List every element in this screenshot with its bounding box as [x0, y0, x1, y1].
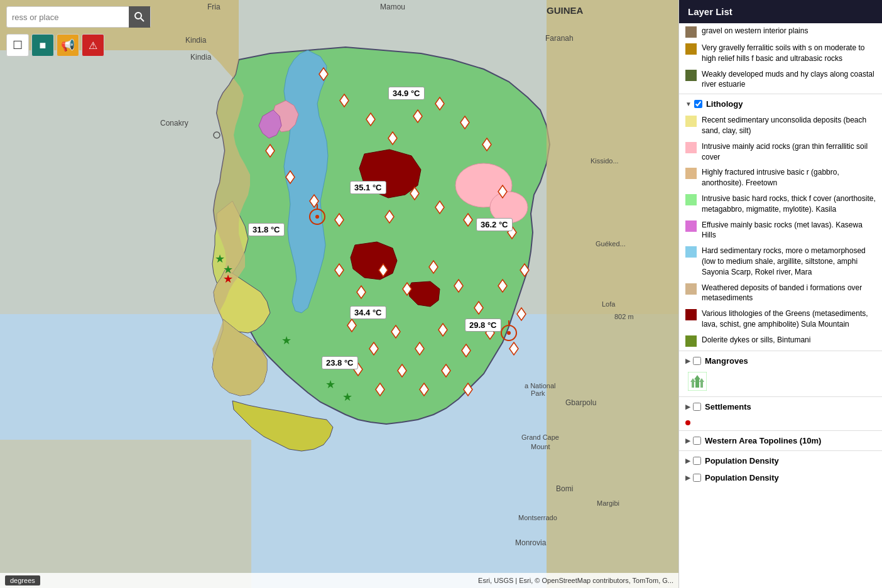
svg-text:Faranah: Faranah [545, 34, 574, 43]
list-item: Very gravelly ferralitic soils with s on… [679, 40, 882, 67]
swatch [685, 335, 697, 347]
western-area-checkbox[interactable] [693, 437, 701, 445]
collapse-arrow-lithology: ▼ [685, 101, 692, 107]
svg-marker-96 [694, 375, 700, 388]
announce-button[interactable]: 📢 [57, 34, 79, 57]
population-density-2-label: Population Density [705, 473, 779, 482]
svg-text:Mount: Mount [531, 443, 550, 450]
temp-label-6: 29.8 °C [465, 318, 501, 332]
svg-text:Bomi: Bomi [556, 484, 573, 493]
temp-label-7: 23.8 °C [322, 356, 358, 369]
swatch [685, 220, 697, 232]
search-input[interactable] [7, 10, 129, 24]
svg-text:★: ★ [325, 378, 335, 391]
list-item: Effusive mainly basic rocks (met lavas).… [679, 217, 882, 244]
attribution-text: Esri, USGS | Esri, © OpenStreetMap contr… [478, 577, 673, 584]
swatch [685, 26, 697, 38]
population-density-label: Population Density [705, 456, 779, 466]
mangroves-label: Mangroves [705, 356, 748, 366]
swatch [685, 43, 697, 55]
layer-label: Hard sedimentary rocks, more o metamorph… [702, 246, 876, 277]
mangroves-icon [679, 369, 882, 395]
lithology-checkbox[interactable] [694, 100, 702, 108]
swatch [685, 309, 697, 320]
svg-text:Conakry: Conakry [160, 119, 188, 128]
list-item: Intrusive mainly acid rocks (gran thin f… [679, 139, 882, 165]
mangroves-checkbox[interactable] [693, 357, 701, 365]
layer-label: Intrusive mainly acid rocks (gran thin f… [702, 141, 876, 163]
svg-line-94 [141, 18, 144, 21]
toolbar: ☐ ■ 📢 ⚠ [6, 34, 104, 57]
layer-panel[interactable]: Layer List gravel on western interior pl… [678, 0, 882, 588]
swatch [685, 168, 697, 179]
western-area-section-header[interactable]: ▶ Western Area Topolines (10m) [679, 432, 882, 449]
settlements-dot [685, 420, 690, 425]
list-item: Recent sedimentary unconsolida deposits … [679, 112, 882, 139]
layer-label: Intrusive basic hard rocks, thick f cove… [702, 193, 876, 215]
svg-text:★: ★ [223, 273, 233, 285]
list-item: Various lithologies of the Greens (metas… [679, 306, 882, 332]
layer-label: Dolerite dykes or sills, Bintumani [702, 335, 810, 346]
svg-point-83 [315, 215, 319, 219]
layer-label: Various lithologies of the Greens (metas… [702, 308, 876, 330]
mangroves-section-header[interactable]: ▶ Mangroves [679, 352, 882, 369]
layer-label: Weakly developed muds and hy clays along… [702, 69, 876, 90]
population-density-2-section-header[interactable]: ▶ Population Density [679, 469, 882, 486]
svg-text:Monrovia: Monrovia [515, 538, 547, 547]
lithology-label: Lithology [706, 99, 743, 109]
collapse-arrow-population: ▶ [685, 457, 690, 464]
temp-label-5: 34.4 °C [350, 306, 386, 319]
svg-marker-97 [690, 378, 695, 388]
swatch [685, 142, 697, 153]
collapse-arrow-settlements: ▶ [685, 403, 690, 410]
search-bar[interactable] [6, 6, 151, 28]
swatch [685, 246, 697, 258]
lithology-section-header[interactable]: ▼ Lithology [679, 95, 882, 112]
attribution-bar: degrees Esri, USGS | Esri, © OpenStreetM… [0, 573, 678, 588]
list-item: gravel on western interior plains [679, 23, 882, 40]
svg-marker-98 [699, 378, 704, 388]
layer-label: Highly fractured intrusive basic r (gabb… [702, 167, 876, 188]
layer-label: Recent sedimentary unconsolida deposits … [702, 115, 876, 136]
collapse-arrow-mangroves: ▶ [685, 357, 690, 364]
layer-label: Effusive mainly basic rocks (met lavas).… [702, 220, 876, 241]
svg-point-86 [507, 331, 511, 335]
search-button[interactable] [129, 6, 150, 28]
svg-text:GUINEA: GUINEA [547, 5, 584, 16]
population-density-section-header[interactable]: ▶ Population Density [679, 452, 882, 469]
layer-label: gravel on western interior plains [702, 26, 808, 36]
svg-text:Kindia: Kindia [185, 36, 207, 45]
blank-button[interactable]: ☐ [6, 34, 29, 57]
svg-text:Guéked...: Guéked... [596, 240, 626, 248]
settlements-checkbox[interactable] [693, 403, 701, 411]
warning-button[interactable]: ⚠ [82, 34, 104, 57]
svg-text:Montserrado: Montserrado [518, 514, 557, 521]
population-density-2-checkbox[interactable] [693, 474, 701, 482]
swatch [685, 283, 697, 295]
settlements-label: Settlements [705, 402, 751, 411]
list-item: Weakly developed muds and hy clays along… [679, 67, 882, 93]
map-container[interactable]: GUINEA Fria Mamou Faranah Kindia Kindia … [0, 0, 678, 588]
temp-label-3: 31.8 °C [248, 223, 285, 236]
list-item: Weathered deposits of banded i formation… [679, 280, 882, 307]
temp-label-2: 35.1 °C [350, 181, 386, 194]
svg-point-93 [135, 13, 141, 19]
degrees-badge: degrees [5, 575, 40, 585]
map-svg: GUINEA Fria Mamou Faranah Kindia Kindia … [0, 0, 678, 588]
population-density-checkbox[interactable] [693, 457, 701, 465]
svg-text:Gbarpolu: Gbarpolu [565, 398, 596, 407]
svg-text:Grand Cape: Grand Cape [521, 433, 559, 441]
layer-label: Very gravelly ferralitic soils with s on… [702, 43, 876, 64]
svg-rect-17 [0, 440, 251, 588]
layer-label: Weathered deposits of banded i formation… [702, 283, 876, 304]
svg-text:Fria: Fria [207, 3, 220, 11]
layer-button[interactable]: ■ [31, 34, 54, 57]
svg-text:★: ★ [281, 334, 291, 347]
settlements-section-header[interactable]: ▶ Settlements [679, 398, 882, 415]
list-item: Intrusive basic hard rocks, thick f cove… [679, 191, 882, 217]
svg-text:Mamou: Mamou [380, 3, 405, 11]
list-item: Hard sedimentary rocks, more o metamorph… [679, 243, 882, 280]
temp-label-1: 34.9 °C [388, 87, 425, 100]
temp-label-4: 36.2 °C [476, 218, 513, 231]
svg-text:a National: a National [525, 382, 556, 389]
